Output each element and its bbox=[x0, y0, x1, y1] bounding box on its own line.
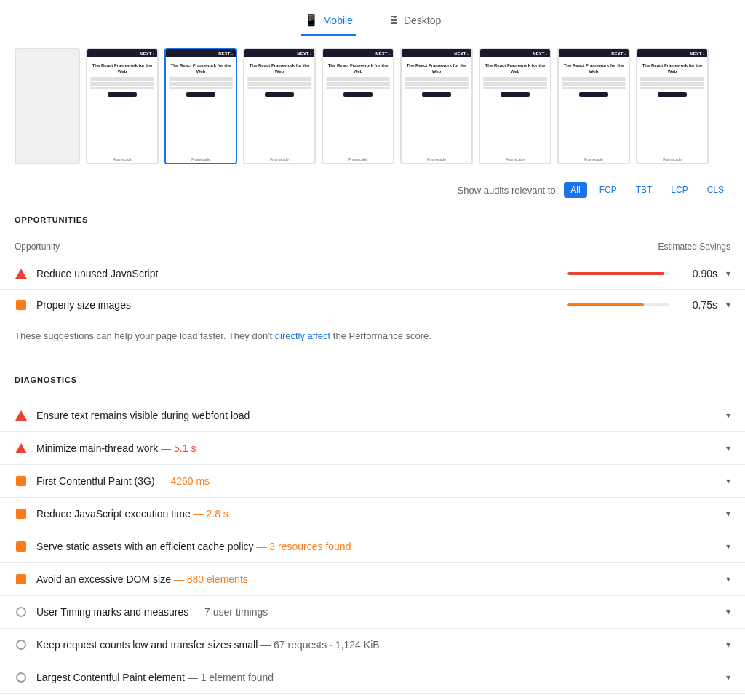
thumb-title: The React Framework for the Web bbox=[326, 63, 390, 75]
chevron-icon-cache: ▾ bbox=[726, 541, 730, 552]
diag-item-user-timing[interactable]: User Timing marks and measures — 7 user … bbox=[0, 595, 745, 628]
savings-reduce-js: 0.90s bbox=[681, 268, 717, 279]
bar-container-size-images bbox=[567, 303, 669, 306]
chevron-icon-requests: ▾ bbox=[726, 640, 730, 650]
chevron-icon-fcp-3g: ▾ bbox=[726, 476, 730, 486]
bar-fill-reduce-js bbox=[567, 272, 664, 275]
bar-area-size-images bbox=[567, 303, 669, 306]
chevron-icon-js-exec: ▾ bbox=[726, 509, 730, 519]
suggestions-note: These suggestions can help your page loa… bbox=[0, 320, 745, 358]
diag-item-js-exec[interactable]: Reduce JavaScript execution time — 2.8 s… bbox=[0, 497, 745, 530]
screenshot-strip: NEXT › The React Framework for the Web F… bbox=[0, 36, 745, 176]
savings-size-images: 0.75s bbox=[681, 299, 717, 311]
thumb-footer: Frarnecade bbox=[87, 156, 157, 163]
diag-label-cache-policy: Serve static assets with an efficient ca… bbox=[36, 541, 726, 552]
screenshot-thumb-blank bbox=[15, 48, 80, 164]
desktop-icon: 🖥 bbox=[388, 14, 399, 27]
thumb-header: NEXT › bbox=[480, 49, 550, 57]
chevron-icon-user-timing: ▾ bbox=[726, 607, 730, 617]
screenshot-thumb-5[interactable]: NEXT › The React Framework for the Web F… bbox=[400, 48, 473, 164]
thumb-footer: Frarnecade bbox=[559, 156, 629, 163]
diag-item-fcp-3g[interactable]: First Contentful Paint (3G) — 4260 ms ▾ bbox=[0, 464, 745, 497]
screenshot-thumb-2[interactable]: NEXT › The React Framework for the Web F… bbox=[164, 48, 237, 164]
table-header: Opportunity Estimated Savings bbox=[0, 239, 745, 258]
warning-orange-icon-js-exec bbox=[15, 507, 28, 520]
diag-detail-cache: — 3 resources found bbox=[256, 541, 351, 552]
screenshot-thumb-1[interactable]: NEXT › The React Framework for the Web F… bbox=[86, 48, 159, 164]
diag-detail-user-timing: — 7 user timings bbox=[191, 606, 268, 618]
thumb-header: NEXT › bbox=[637, 49, 707, 57]
diag-label-webfont: Ensure text remains visible during webfo… bbox=[36, 410, 726, 421]
thumb-title: The React Framework for the Web bbox=[247, 63, 311, 75]
screenshot-thumb-8[interactable]: NEXT › The React Framework for the Web F… bbox=[636, 48, 709, 164]
thumb-title: The React Framework for the Web bbox=[483, 63, 547, 75]
diag-label-fcp-3g: First Contentful Paint (3G) — 4260 ms bbox=[36, 475, 726, 487]
note-link[interactable]: directly affect bbox=[275, 330, 330, 341]
screenshot-thumb-3[interactable]: NEXT › The React Framework for the Web F… bbox=[243, 48, 316, 164]
screenshot-thumb-7[interactable]: NEXT › The React Framework for the Web F… bbox=[557, 48, 630, 164]
circle-gray-icon-user-timing bbox=[15, 605, 28, 619]
thumb-footer: Frarnecade bbox=[637, 156, 707, 163]
filter-all[interactable]: All bbox=[564, 182, 586, 198]
warning-red-icon-webfont bbox=[15, 409, 28, 422]
chevron-icon-webfont: ▾ bbox=[726, 410, 730, 421]
warning-orange-icon-fcp bbox=[15, 474, 28, 488]
diag-detail-lcp: — 1 element found bbox=[188, 672, 274, 683]
filter-tbt[interactable]: TBT bbox=[629, 182, 659, 198]
thumb-footer: Frarnecade bbox=[166, 156, 236, 163]
thumb-header: NEXT › bbox=[166, 49, 236, 57]
thumb-header: NEXT › bbox=[559, 49, 629, 57]
diag-detail-main-thread: — 5.1 s bbox=[161, 442, 196, 454]
thumb-footer: Frarnecade bbox=[323, 156, 393, 163]
thumb-footer: Frarnecade bbox=[480, 156, 550, 163]
circle-gray-icon-lcp bbox=[15, 671, 28, 684]
note-suffix: the Performance score. bbox=[330, 330, 431, 341]
tab-mobile-label: Mobile bbox=[323, 15, 353, 26]
diag-item-main-thread[interactable]: Minimize main-thread work — 5.1 s ▾ bbox=[0, 431, 745, 464]
diag-label-request-counts: Keep request counts low and transfer siz… bbox=[36, 639, 726, 651]
audit-filters: Show audits relevant to: All FCP TBT LCP… bbox=[0, 176, 745, 204]
diag-item-webfont[interactable]: Ensure text remains visible during webfo… bbox=[0, 399, 745, 431]
chevron-icon-main-thread: ▾ bbox=[726, 443, 730, 453]
bar-container-reduce-js bbox=[567, 272, 669, 275]
diag-detail-dom: — 880 elements bbox=[174, 573, 248, 585]
diag-label-user-timing: User Timing marks and measures — 7 user … bbox=[36, 606, 726, 618]
audit-item-reduce-js[interactable]: Reduce unused JavaScript 0.90s ▾ bbox=[0, 258, 745, 289]
tab-desktop[interactable]: 🖥 Desktop bbox=[385, 8, 444, 36]
tab-desktop-label: Desktop bbox=[404, 15, 441, 26]
warning-icon-orange bbox=[15, 298, 28, 311]
chevron-icon-size-images: ▾ bbox=[726, 300, 730, 310]
filter-lcp[interactable]: LCP bbox=[664, 182, 694, 198]
tab-mobile[interactable]: 📱 Mobile bbox=[301, 7, 356, 36]
audit-label-reduce-js: Reduce unused JavaScript bbox=[36, 268, 567, 279]
chevron-icon-reduce-js: ▾ bbox=[726, 269, 730, 279]
circle-gray-icon-requests bbox=[15, 638, 28, 651]
thumb-header: NEXT › bbox=[402, 49, 471, 57]
warning-orange-icon-cache bbox=[15, 540, 28, 553]
note-prefix: These suggestions can help your page loa… bbox=[15, 330, 275, 341]
diag-item-dom-size[interactable]: Avoid an excessive DOM size — 880 elemen… bbox=[0, 562, 745, 595]
audit-item-size-images[interactable]: Properly size images 0.75s ▾ bbox=[0, 289, 745, 320]
screenshot-thumb-4[interactable]: NEXT › The React Framework for the Web F… bbox=[322, 48, 394, 164]
diag-item-lcp-element[interactable]: Largest Contentful Paint element — 1 ele… bbox=[0, 661, 745, 693]
diag-detail-js-exec: — 2.8 s bbox=[194, 508, 228, 520]
thumb-title: The React Framework for the Web bbox=[169, 63, 233, 75]
diag-detail-fcp-3g: — 4260 ms bbox=[158, 475, 210, 487]
col-opportunity: Opportunity bbox=[15, 242, 60, 252]
diag-item-long-tasks[interactable]: Avoid long main-thread tasks — 18 long t… bbox=[0, 693, 745, 701]
diag-item-cache-policy[interactable]: Serve static assets with an efficient ca… bbox=[0, 530, 745, 562]
filter-cls[interactable]: CLS bbox=[701, 182, 730, 198]
filter-fcp[interactable]: FCP bbox=[593, 182, 624, 198]
mobile-icon: 📱 bbox=[304, 13, 319, 27]
diagnostics-section: DIAGNOSTICS bbox=[0, 364, 745, 399]
screenshot-thumb-6[interactable]: NEXT › The React Framework for the Web F… bbox=[479, 48, 551, 164]
filter-label: Show audits relevant to: bbox=[458, 185, 559, 196]
thumb-header: NEXT › bbox=[244, 49, 314, 57]
col-savings: Estimated Savings bbox=[658, 242, 730, 252]
warning-red-icon-main-thread bbox=[15, 442, 28, 455]
diag-label-js-exec: Reduce JavaScript execution time — 2.8 s bbox=[36, 508, 726, 520]
warning-icon-red bbox=[15, 267, 28, 280]
thumb-title: The React Framework for the Web bbox=[562, 63, 626, 75]
diag-item-request-counts[interactable]: Keep request counts low and transfer siz… bbox=[0, 628, 745, 661]
thumb-header: NEXT › bbox=[323, 49, 393, 57]
